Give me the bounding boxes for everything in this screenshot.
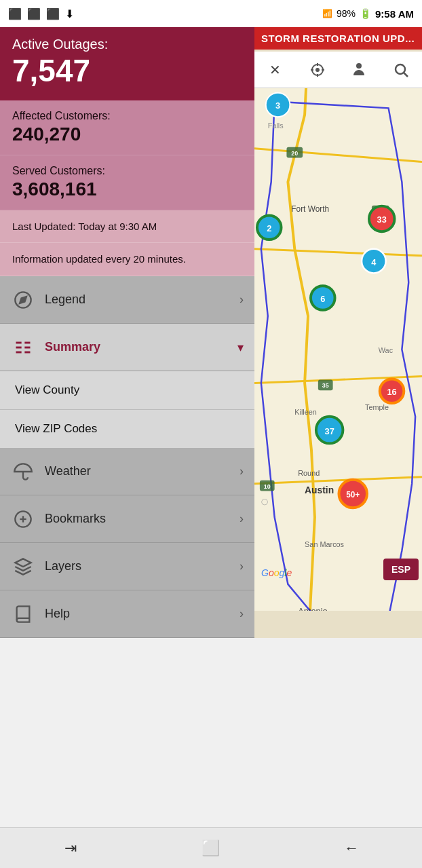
update-frequency-row: Information updated every 20 minutes. <box>0 243 254 276</box>
signal-icon: 📶 <box>322 9 332 18</box>
summary-submenu: View County View ZIP Codes <box>0 371 254 448</box>
help-chevron: › <box>239 607 244 621</box>
close-button[interactable]: ✕ <box>262 56 289 83</box>
instagram-camera-icon: ⬛ <box>27 7 41 20</box>
summary-chevron-down: ▾ <box>237 340 244 355</box>
legend-label: Legend <box>45 293 239 307</box>
bookmarks-label: Bookmarks <box>45 512 239 526</box>
instagram-icon: ⬛ <box>8 7 22 20</box>
affected-customers-value: 240,270 <box>12 124 242 145</box>
svg-marker-11 <box>15 559 31 567</box>
active-outages-label: Active Outages: <box>12 37 242 52</box>
view-county-item[interactable]: View County <box>0 371 254 410</box>
svg-text:◯: ◯ <box>261 498 268 506</box>
svg-text:Falls: Falls <box>268 121 284 130</box>
status-bar-right: 📶 98% 🔋 9:58 AM <box>322 8 414 20</box>
svg-rect-21 <box>254 88 422 611</box>
svg-point-17 <box>316 69 319 71</box>
svg-marker-1 <box>20 297 26 303</box>
svg-text:Killeen: Killeen <box>294 408 317 416</box>
svg-text:37: 37 <box>325 426 334 436</box>
view-zip-codes-item[interactable]: View ZIP Codes <box>0 410 254 448</box>
weather-label: Weather <box>45 464 239 478</box>
main-container: Active Outages: 7,547 Affected Customers… <box>0 27 422 638</box>
person-icon-button[interactable] <box>345 56 372 83</box>
update-frequency-text: Information updated every 20 minutes. <box>12 253 186 265</box>
view-county-label: View County <box>15 383 79 397</box>
served-customers-value: 3,608,161 <box>12 178 242 200</box>
esp-button[interactable]: ESP <box>383 559 419 580</box>
book-icon <box>11 602 35 626</box>
google-logo: Google <box>261 567 292 578</box>
outages-header: Active Outages: 7,547 <box>0 27 254 100</box>
layers-menu-item[interactable]: Layers › <box>0 543 254 590</box>
clock: 9:58 AM <box>375 8 414 20</box>
left-panel: Active Outages: 7,547 Affected Customers… <box>0 27 254 638</box>
search-button[interactable] <box>387 56 415 83</box>
recent-apps-button[interactable]: ⇥ <box>50 831 91 865</box>
svg-text:Temple: Temple <box>365 403 389 411</box>
layers-chevron: › <box>239 559 244 573</box>
layers-label: Layers <box>45 559 239 573</box>
svg-text:16: 16 <box>387 387 396 397</box>
legend-chevron: › <box>239 293 244 307</box>
status-bar-icons: ⬛ ⬛ ⬛ ⬇ <box>8 7 74 20</box>
bookmarks-menu-item[interactable]: Bookmarks › <box>0 495 254 543</box>
svg-text:6: 6 <box>320 294 325 304</box>
screen-record-icon: ⬛ <box>46 7 60 20</box>
svg-text:10: 10 <box>264 483 271 490</box>
last-updated-row: Last Updated: Today at 9:30 AM <box>0 210 254 244</box>
list-icon <box>11 335 35 360</box>
map-container[interactable]: 35 20 35W 35 10 Ardmo Falls <box>254 88 422 611</box>
location-target-button[interactable] <box>304 56 331 83</box>
download-icon: ⬇ <box>65 7 74 20</box>
back-button[interactable]: ← <box>331 831 372 865</box>
svg-text:Fort Worth: Fort Worth <box>291 205 329 214</box>
legend-menu-item[interactable]: Legend › <box>0 276 254 324</box>
last-updated-text: Last Updated: Today at 9:30 AM <box>12 221 157 232</box>
svg-text:2: 2 <box>267 223 271 233</box>
weather-menu-item[interactable]: Weather › <box>0 448 254 495</box>
svg-text:35: 35 <box>322 382 329 389</box>
umbrella-icon <box>11 459 35 484</box>
status-bar: ⬛ ⬛ ⬛ ⬇ 📶 98% 🔋 9:58 AM <box>0 0 422 27</box>
compass-icon <box>11 288 35 312</box>
layers-icon <box>11 554 35 579</box>
bookmarks-chevron: › <box>239 512 244 526</box>
help-menu-item[interactable]: Help › <box>0 590 254 638</box>
svg-text:San Marcos: San Marcos <box>305 541 345 549</box>
svg-text:Antonio: Antonio <box>298 606 328 611</box>
map-area[interactable]: STORM RESTORATION UPD... ✕ <box>254 27 422 638</box>
svg-text:50+: 50+ <box>346 490 360 499</box>
served-customers-label: Served Customers: <box>12 165 242 177</box>
affected-customers-row: Affected Customers: 240,270 <box>0 100 254 155</box>
svg-text:Austin: Austin <box>305 485 334 495</box>
active-outages-count: 7,547 <box>12 54 242 88</box>
view-zip-codes-label: View ZIP Codes <box>15 422 97 436</box>
map-background: 35 20 35W 35 10 Ardmo Falls <box>254 88 422 611</box>
home-button[interactable]: ⬜ <box>191 831 231 865</box>
svg-point-18 <box>356 63 362 69</box>
svg-line-20 <box>404 73 408 77</box>
map-toolbar: ✕ <box>254 52 422 88</box>
svg-text:3: 3 <box>275 100 280 111</box>
battery-icon: 🔋 <box>360 8 371 19</box>
svg-point-19 <box>396 64 405 74</box>
svg-text:20: 20 <box>291 150 298 157</box>
bottom-nav: ⇥ ⬜ ← <box>0 827 422 868</box>
svg-text:Round: Round <box>298 469 320 477</box>
svg-text:33: 33 <box>377 214 387 225</box>
plus-circle-icon <box>11 507 35 531</box>
svg-text:Wac: Wac <box>379 346 394 354</box>
battery-level: 98% <box>337 8 356 19</box>
summary-menu-item[interactable]: Summary ▾ <box>0 324 254 371</box>
weather-chevron: › <box>239 464 244 478</box>
storm-banner: STORM RESTORATION UPD... <box>254 27 422 50</box>
svg-text:4: 4 <box>371 257 377 267</box>
served-customers-row: Served Customers: 3,608,161 <box>0 155 254 210</box>
help-label: Help <box>45 607 239 621</box>
affected-customers-label: Affected Customers: <box>12 110 242 122</box>
summary-label: Summary <box>45 340 237 354</box>
